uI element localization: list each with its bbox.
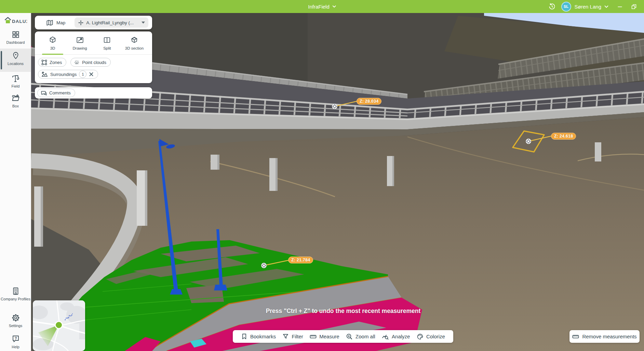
ruler-icon (572, 333, 579, 340)
sidebar-item-field[interactable]: Field (0, 74, 31, 91)
tab-3d-section[interactable]: 3D section (121, 36, 147, 54)
remove-measurements-button[interactable]: Remove measurements (569, 330, 640, 343)
surroundings-chip-label: Surroundings (50, 72, 77, 77)
surroundings-terrain-icon (41, 71, 48, 78)
filter-button[interactable]: Filter (282, 333, 303, 340)
history-button[interactable] (548, 3, 556, 10)
comments-button-label: Comments (49, 90, 71, 95)
top-bar: InfraField SL Søren Lang (0, 0, 644, 13)
dashboard-icon (11, 30, 20, 39)
sidebar-item-label: Dashboard (6, 40, 25, 45)
crane-icon (11, 74, 20, 83)
viewer-toolbar: Bookmarks Filter Measure Zoom all Analyz… (233, 330, 453, 343)
model-icon (78, 20, 84, 26)
bookmark-icon (241, 333, 247, 340)
user-menu-button[interactable] (604, 5, 608, 8)
avatar[interactable]: SL (561, 2, 571, 12)
app-title-menu[interactable]: InfraField (308, 0, 336, 13)
gear-icon (11, 313, 20, 322)
active-indicator (1, 51, 2, 69)
comments-icon (41, 90, 47, 96)
minimap-render (33, 300, 85, 351)
tab-label: 3D (50, 46, 55, 50)
tab-label: Drawing (73, 46, 87, 50)
measure-button[interactable]: Measure (310, 333, 339, 340)
help-icon: ? (11, 335, 20, 343)
map-button[interactable]: Map (46, 19, 65, 26)
toolbar-label: Analyze (392, 334, 410, 339)
zoom-all-icon (346, 333, 353, 340)
sidebar-item-box[interactable]: Box (0, 94, 31, 111)
folder-icon (11, 94, 20, 103)
tab-3d[interactable]: 3D (40, 36, 66, 54)
point-clouds-chip[interactable]: Point clouds (70, 58, 111, 67)
zones-icon (41, 60, 47, 65)
sidebar-item-label: Box (12, 104, 19, 108)
measurement-label: Z: 21.784 (288, 257, 313, 263)
tab-drawing[interactable]: Drawing (67, 36, 93, 54)
tab-label: Split (103, 46, 111, 50)
tab-split[interactable]: Split (94, 36, 120, 54)
split-view-icon (103, 36, 111, 44)
surroundings-chip[interactable]: Surroundings 1 (38, 70, 98, 79)
sidebar: DALUX Dashboard Locations Field (0, 13, 31, 351)
sidebar-item-label: Company Profiles (1, 297, 30, 301)
app-title: InfraField (308, 4, 330, 10)
point-cloud-icon (74, 60, 80, 65)
minimize-button[interactable] (617, 4, 622, 9)
analyze-icon (382, 333, 389, 340)
zones-chip-label: Zones (50, 60, 62, 65)
sidebar-item-dashboard[interactable]: Dashboard (0, 30, 31, 47)
point-clouds-chip-label: Point clouds (82, 60, 106, 65)
zoom-all-button[interactable]: Zoom all (346, 333, 375, 340)
comments-panel: Comments (35, 87, 152, 99)
map-button-label: Map (56, 20, 65, 25)
sidebar-item-label: Field (12, 84, 20, 89)
toolbar-label: Filter (292, 334, 303, 339)
toolbar-label: Colorize (426, 334, 445, 339)
analyze-button[interactable]: Analyze (382, 333, 410, 340)
ruler-icon (310, 333, 317, 340)
minimap-position-marker (55, 322, 63, 329)
user-name: Søren Lang (575, 4, 601, 10)
sidebar-item-locations[interactable]: Locations (0, 49, 31, 72)
cube-section-icon (130, 36, 138, 44)
dalux-logo-icon: DALUX (4, 16, 27, 25)
colorize-button[interactable]: Colorize (417, 333, 445, 340)
toolbar-label: Measure (319, 334, 339, 339)
undo-hint-text: Press "Ctrl + Z" to undo the most recent… (241, 308, 446, 315)
sidebar-item-company-profiles[interactable]: Company Profiles (0, 287, 31, 309)
location-pin-icon (11, 51, 20, 60)
building-icon (11, 287, 20, 296)
restore-window-button[interactable] (631, 4, 636, 9)
minimize-icon (617, 4, 622, 9)
comments-button[interactable]: Comments (37, 89, 75, 97)
restore-window-icon (631, 4, 636, 9)
chevron-down-icon (332, 5, 336, 8)
chevron-down-icon (604, 5, 608, 8)
map-icon (46, 19, 53, 26)
drawing-icon (76, 36, 84, 44)
sidebar-item-label: Settings (9, 324, 23, 328)
filter-icon (282, 333, 289, 340)
svg-text:DALUX: DALUX (12, 19, 27, 24)
sidebar-item-help[interactable]: ? Help (0, 335, 31, 351)
surroundings-count-badge: 1 (79, 70, 86, 78)
view-tabs: 3D Drawing Split (35, 31, 152, 54)
svg-text:?: ? (14, 336, 17, 340)
sidebar-item-settings[interactable]: Settings (0, 313, 31, 330)
remove-measurements-label: Remove measurements (582, 334, 636, 339)
surroundings-remove-button[interactable] (89, 72, 94, 77)
dropdown-caret-icon (142, 22, 145, 24)
dalux-logo[interactable]: DALUX (0, 16, 31, 25)
minimap[interactable] (33, 300, 85, 351)
bookmarks-button[interactable]: Bookmarks (241, 333, 276, 340)
zones-chip[interactable]: Zones (38, 58, 66, 67)
toolbar-label: Zoom all (355, 334, 375, 339)
tab-label: 3D section (125, 46, 144, 50)
sidebar-item-label: Help (12, 345, 19, 349)
close-icon (89, 72, 94, 77)
cube-3d-icon (49, 36, 57, 44)
measurement-label: Z: 28.034 (357, 98, 381, 105)
model-selector-dropdown[interactable]: A. LightRail_Lyngby (... (75, 17, 148, 28)
